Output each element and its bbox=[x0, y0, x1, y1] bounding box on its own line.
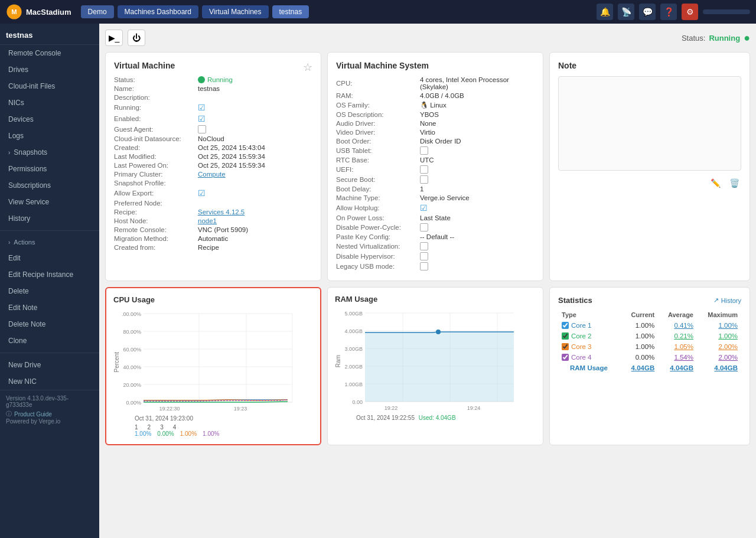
svg-text:3.00GB: 3.00GB bbox=[344, 346, 363, 352]
sidebar-item-permissions[interactable]: Permissions bbox=[0, 161, 99, 177]
sidebar-item-remote-console[interactable]: Remote Console bbox=[0, 45, 99, 61]
rss-icon[interactable]: 📡 bbox=[618, 4, 634, 20]
row-core1-average: 0.41% bbox=[658, 320, 697, 331]
field-value-recipe[interactable]: Services 4.12.5 bbox=[198, 208, 312, 216]
sidebar-item-new-drive[interactable]: New Drive bbox=[0, 357, 99, 373]
svg-text:M: M bbox=[11, 8, 17, 15]
row-core4-label: Core 4 bbox=[558, 352, 621, 363]
product-guide-link[interactable]: Product Guide bbox=[14, 411, 52, 418]
col-current: Current bbox=[621, 309, 658, 320]
field-snapshot-profile: Snapshot Profile: bbox=[114, 180, 312, 187]
field-value-name: testnas bbox=[198, 85, 312, 92]
sys-field-machine-type: Machine Type: Verge.io Service bbox=[336, 194, 535, 201]
ram-used-label: Used: 4.04GB bbox=[419, 415, 456, 421]
svg-text:100.00%: 100.00% bbox=[122, 311, 141, 317]
field-host-node: Host Node: node1 bbox=[114, 217, 312, 224]
sidebar-item-snapshots[interactable]: › Snapshots bbox=[0, 144, 99, 161]
sidebar-item-delete-note[interactable]: Delete Note bbox=[0, 316, 99, 332]
field-value-created-from: Recipe bbox=[198, 244, 312, 251]
sys-value-os-desc: YBOS bbox=[420, 111, 535, 118]
sidebar-item-nics[interactable]: NICs bbox=[0, 94, 99, 111]
field-value-primary-cluster[interactable]: Compute bbox=[198, 171, 312, 178]
charts-row: CPU Usage Percent 100.00% 80.00% 60.00% … bbox=[105, 287, 750, 445]
sidebar-item-history[interactable]: History bbox=[0, 210, 99, 227]
notifications-icon[interactable]: 🔔 bbox=[597, 4, 613, 20]
favorite-icon[interactable]: ☆ bbox=[303, 61, 312, 74]
field-label-migration-method: Migration Method: bbox=[114, 235, 197, 242]
field-enabled: Enabled: ☑ bbox=[114, 114, 312, 123]
sidebar-item-cloud-init[interactable]: Cloud-init Files bbox=[0, 78, 99, 94]
sys-value-nested-virt bbox=[420, 242, 428, 250]
sys-label-usb: USB Tablet: bbox=[336, 147, 419, 154]
sys-value-os-family: 🐧 Linux bbox=[420, 101, 535, 109]
sys-field-os-family: OS Family: 🐧 Linux bbox=[336, 101, 535, 109]
row-core3-max: 2.00% bbox=[697, 341, 741, 352]
sidebar-section-actions[interactable]: › Actions bbox=[0, 234, 99, 250]
user-menu[interactable] bbox=[703, 9, 750, 14]
cpu-chart-title: CPU Usage bbox=[113, 295, 313, 304]
table-row: Core 2 1.00% 0.21% 1.00% bbox=[558, 331, 741, 341]
sys-label-ram: RAM: bbox=[336, 92, 419, 99]
note-textarea[interactable] bbox=[558, 76, 741, 171]
row-core4-max: 2.00% bbox=[697, 352, 741, 363]
sys-label-cpu: CPU: bbox=[336, 80, 419, 87]
nav-virtual-machines[interactable]: Virtual Machines bbox=[202, 5, 269, 18]
sidebar: testnas Remote Console Drives Cloud-init… bbox=[0, 24, 99, 538]
sys-label-uefi: UEFI: bbox=[336, 166, 419, 173]
sidebar-item-delete[interactable]: Delete bbox=[0, 283, 99, 299]
status-value: Running bbox=[709, 34, 740, 43]
sys-field-hotplug: Allow Hotplug: ☑ bbox=[336, 203, 535, 213]
note-edit-button[interactable]: ✏️ bbox=[708, 176, 722, 190]
nav-machines-dashboard[interactable]: Machines Dashboard bbox=[118, 5, 198, 18]
field-last-modified: Last Modified: Oct 25, 2024 15:59:34 bbox=[114, 153, 312, 160]
field-created: Created: Oct 25, 2024 15:43:04 bbox=[114, 144, 312, 151]
history-link[interactable]: ↗ History bbox=[713, 296, 741, 304]
power-button[interactable]: ⏻ bbox=[128, 30, 145, 46]
sys-label-video: Video Driver: bbox=[336, 129, 419, 136]
row-core1-max: 1.00% bbox=[697, 320, 741, 331]
sys-label-audio: Audio Driver: bbox=[336, 120, 419, 127]
sys-label-os-desc: OS Description: bbox=[336, 111, 419, 118]
sys-value-ram: 4.0GB / 4.0GB bbox=[420, 92, 535, 99]
field-guest-agent: Guest Agent: bbox=[114, 125, 312, 133]
sidebar-item-logs[interactable]: Logs bbox=[0, 128, 99, 144]
field-cloud-init: Cloud-init Datasource: NoCloud bbox=[114, 135, 312, 142]
field-label-description: Description: bbox=[114, 94, 197, 101]
terminal-button[interactable]: ▶_ bbox=[105, 30, 123, 46]
sys-value-audio: None bbox=[420, 120, 535, 127]
field-running: Running: ☑ bbox=[114, 103, 312, 112]
sidebar-item-new-nic[interactable]: New NIC bbox=[0, 373, 99, 390]
sys-label-nested-virt: Nested Virtualization: bbox=[336, 243, 419, 250]
help-icon[interactable]: ❓ bbox=[660, 4, 677, 20]
field-value-host-node[interactable]: node1 bbox=[198, 217, 312, 224]
version-text: Version 4.13.0.dev-335-g733d33e bbox=[6, 395, 93, 408]
sidebar-item-view-service[interactable]: View Service bbox=[0, 194, 99, 210]
field-label-created: Created: bbox=[114, 144, 197, 151]
sidebar-item-clone[interactable]: Clone bbox=[0, 332, 99, 349]
field-label-guest-agent: Guest Agent: bbox=[114, 126, 197, 133]
main-layout: testnas Remote Console Drives Cloud-init… bbox=[0, 24, 756, 538]
settings-icon[interactable]: ⚙ bbox=[682, 4, 698, 20]
stats-title: Statistics bbox=[558, 296, 592, 305]
sidebar-item-devices[interactable]: Devices bbox=[0, 111, 99, 128]
sys-value-cpu: 4 cores, Intel Xeon Processor (Skylake) bbox=[420, 76, 535, 90]
sys-field-ram: RAM: 4.0GB / 4.0GB bbox=[336, 92, 535, 99]
note-delete-button[interactable]: 🗑️ bbox=[727, 176, 741, 190]
nav-demo[interactable]: Demo bbox=[81, 5, 114, 18]
sys-field-cpu: CPU: 4 cores, Intel Xeon Processor (Skyl… bbox=[336, 76, 535, 90]
sidebar-item-drives[interactable]: Drives bbox=[0, 61, 99, 78]
field-value-guest-agent bbox=[198, 125, 206, 133]
sys-label-legacy-usb: Legacy USB mode: bbox=[336, 263, 419, 270]
sidebar-item-edit-note[interactable]: Edit Note bbox=[0, 299, 99, 316]
row-core2-current: 1.00% bbox=[621, 331, 658, 341]
sidebar-item-subscriptions[interactable]: Subscriptions bbox=[0, 177, 99, 194]
svg-text:0.00: 0.00 bbox=[352, 399, 363, 405]
sidebar-item-edit[interactable]: Edit bbox=[0, 250, 99, 266]
row-ram-current: 4.04GB bbox=[621, 363, 658, 373]
messages-icon[interactable]: 💬 bbox=[639, 4, 656, 20]
sidebar-item-edit-recipe[interactable]: Edit Recipe Instance bbox=[0, 266, 99, 283]
col-maximum: Maximum bbox=[697, 309, 741, 320]
nav-testnas[interactable]: testnas bbox=[272, 5, 309, 18]
svg-text:40.00%: 40.00% bbox=[123, 364, 141, 370]
field-created-from: Created from: Recipe bbox=[114, 244, 312, 251]
